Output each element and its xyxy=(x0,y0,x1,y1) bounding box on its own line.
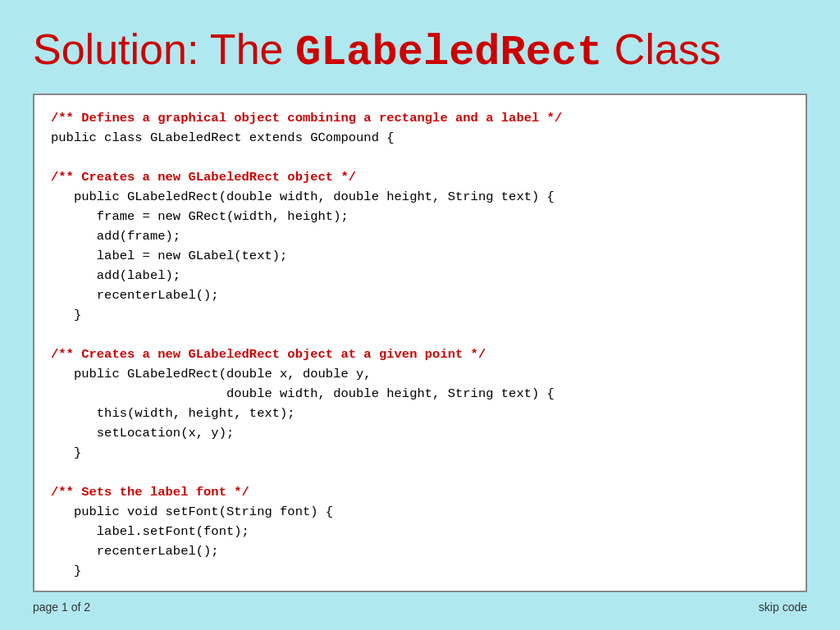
title-prefix: Solution: The xyxy=(33,25,295,73)
code-line-23: recenterLabel(); xyxy=(51,541,789,561)
code-line-16: this(width, height, text); xyxy=(51,404,789,423)
code-line-11: } xyxy=(51,305,789,325)
code-line-15: double width, double height, String text… xyxy=(51,384,789,404)
title-code: GLabeledRect xyxy=(295,29,602,77)
code-line-22: label.setFont(font); xyxy=(51,522,789,541)
code-line-21: public void setFont(String font) { xyxy=(51,502,789,522)
skip-code-label: skip code xyxy=(759,600,807,614)
code-line-2: public class GLabeledRect extends GCompo… xyxy=(51,128,789,148)
code-line-17: setLocation(x, y); xyxy=(51,423,789,443)
code-line-9: add(label); xyxy=(51,266,789,285)
slide-title: Solution: The GLabeledRect Class xyxy=(33,16,807,77)
code-line-20: /** Sets the label font */ xyxy=(51,482,789,502)
code-line-8: label = new GLabel(text); xyxy=(51,246,789,266)
page-label: page 1 of 2 xyxy=(33,600,90,614)
code-line-13: /** Creates a new GLabeledRect object at… xyxy=(51,345,789,364)
title-suffix: Class xyxy=(602,25,720,73)
code-line-5: public GLabeledRect(double width, double… xyxy=(51,187,789,207)
code-line-19 xyxy=(51,463,789,482)
code-line-12 xyxy=(51,325,789,345)
code-line-3 xyxy=(51,148,789,167)
code-line-14: public GLabeledRect(double x, double y, xyxy=(51,364,789,384)
code-line-4: /** Creates a new GLabeledRect object */ xyxy=(51,167,789,187)
code-box: /** Defines a graphical object combining… xyxy=(33,94,807,592)
slide-container: Solution: The GLabeledRect Class /** Def… xyxy=(0,0,840,630)
code-line-24: } xyxy=(51,561,789,581)
code-line-7: add(frame); xyxy=(51,226,789,246)
code-line-18: } xyxy=(51,443,789,463)
code-line-10: recenterLabel(); xyxy=(51,285,789,305)
code-line-6: frame = new GRect(width, height); xyxy=(51,207,789,226)
footer: page 1 of 2 skip code xyxy=(33,592,807,614)
code-line-1: /** Defines a graphical object combining… xyxy=(51,108,789,128)
